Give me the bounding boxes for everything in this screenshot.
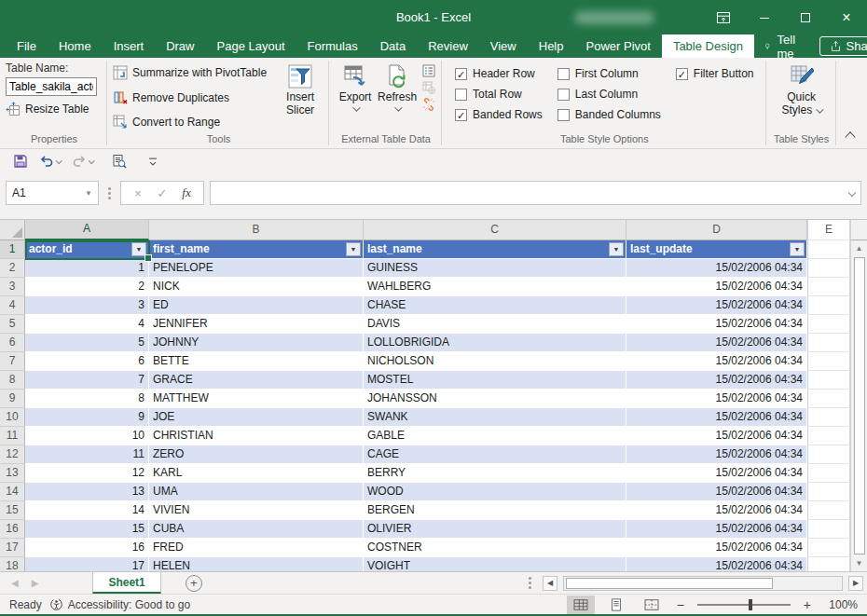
tab-power-pivot[interactable]: Power Pivot: [575, 34, 662, 58]
expand-formula-bar-icon[interactable]: [848, 189, 856, 197]
row-header-14[interactable]: 14: [0, 483, 25, 501]
cell-empty[interactable]: [807, 278, 850, 296]
vertical-scrollbar-thumb[interactable]: [854, 257, 865, 554]
row-header-11[interactable]: 11: [0, 427, 25, 445]
row-header-1[interactable]: 1: [0, 240, 25, 259]
cell-first-name[interactable]: ZERO: [149, 445, 364, 464]
row-header-12[interactable]: 12: [0, 445, 25, 464]
row-header-4[interactable]: 4: [0, 296, 25, 315]
scroll-down-icon[interactable]: ▼: [851, 555, 867, 571]
cell-last-name[interactable]: JOHANSSON: [364, 390, 626, 408]
cell-last-name[interactable]: CAGE: [364, 445, 626, 464]
cell-last-name[interactable]: COSTNER: [364, 539, 626, 557]
cell-first-name[interactable]: JENNIFER: [149, 315, 364, 334]
cell-first-name[interactable]: UMA: [149, 483, 364, 501]
cell-last-update[interactable]: 15/02/2006 04:34: [626, 501, 807, 520]
view-normal-button[interactable]: [567, 595, 595, 614]
convert-to-range-button[interactable]: Convert to Range: [113, 112, 267, 132]
name-box[interactable]: A1 ▼: [6, 181, 99, 205]
maximize-button[interactable]: [785, 0, 826, 34]
cell-actor-id[interactable]: 14: [25, 501, 149, 520]
row-header-16[interactable]: 16: [0, 520, 25, 539]
tab-data[interactable]: Data: [369, 34, 417, 58]
undo-button[interactable]: [35, 154, 64, 169]
cell-last-update[interactable]: 15/02/2006 04:34: [626, 557, 807, 571]
cell-last-update[interactable]: 15/02/2006 04:34: [626, 427, 807, 445]
checkbox-box[interactable]: ✓: [455, 68, 467, 80]
export-button[interactable]: Export: [335, 62, 376, 133]
redo-button[interactable]: [68, 154, 97, 169]
cell-empty[interactable]: [807, 352, 850, 371]
cell-actor-id[interactable]: 11: [25, 445, 149, 464]
cell-last-update[interactable]: 15/02/2006 04:34: [626, 445, 807, 464]
cell-empty[interactable]: [807, 557, 850, 571]
cell-last-name[interactable]: SWANK: [364, 408, 626, 427]
cell-last-update[interactable]: 15/02/2006 04:34: [626, 408, 807, 427]
cell-actor-id[interactable]: 1: [25, 259, 149, 278]
cell-first-name[interactable]: PENELOPE: [149, 259, 364, 278]
row-header-9[interactable]: 9: [0, 390, 25, 408]
cell-empty[interactable]: [807, 483, 850, 501]
cell-empty[interactable]: [807, 390, 850, 408]
quick-styles-button[interactable]: QuickStyles: [772, 62, 832, 133]
cell-actor-id[interactable]: 4: [25, 315, 149, 334]
cell-first-name[interactable]: VIVIEN: [149, 501, 364, 520]
remove-duplicates-button[interactable]: Remove Duplicates: [113, 88, 267, 108]
scroll-left-icon[interactable]: ◀: [543, 576, 557, 591]
row-header-8[interactable]: 8: [0, 371, 25, 390]
row-header-13[interactable]: 13: [0, 464, 25, 483]
column-header-e[interactable]: E: [807, 220, 850, 240]
cell-first-name[interactable]: JOHNNY: [149, 334, 364, 352]
cell-last-update[interactable]: 15/02/2006 04:34: [626, 464, 807, 483]
cell-empty[interactable]: [807, 445, 850, 464]
row-header-17[interactable]: 17: [0, 539, 25, 557]
ribbon-display-options-button[interactable]: [703, 0, 744, 34]
enter-button[interactable]: ✓: [151, 186, 173, 200]
cell-last-update[interactable]: 15/02/2006 04:34: [626, 296, 807, 315]
checkbox-box[interactable]: [557, 68, 570, 80]
collapse-ribbon-button[interactable]: [845, 131, 855, 142]
sheet-tab-sheet1[interactable]: Sheet1: [92, 572, 160, 594]
close-button[interactable]: ×: [826, 0, 867, 34]
cell-empty[interactable]: [807, 408, 850, 427]
checkbox-box[interactable]: ✓: [676, 68, 688, 80]
horizontal-scrollbar-thumb[interactable]: [566, 578, 773, 589]
cell-last-name[interactable]: GABLE: [364, 427, 626, 445]
tab-view[interactable]: View: [479, 34, 528, 58]
cell-last-name[interactable]: OLIVIER: [364, 520, 626, 539]
cell-empty[interactable]: [807, 427, 850, 445]
row-header-3[interactable]: 3: [0, 278, 25, 296]
cell-actor-id[interactable]: 8: [25, 390, 149, 408]
checkbox-banded-columns[interactable]: Banded Columns: [557, 108, 661, 121]
table-properties-icon[interactable]: [422, 64, 435, 77]
cell-last-update[interactable]: 15/02/2006 04:34: [626, 334, 807, 352]
previous-sheet-icon[interactable]: ◀: [11, 578, 19, 588]
cell-first-name[interactable]: MATTHEW: [149, 390, 364, 408]
cell-empty[interactable]: [807, 539, 850, 557]
refresh-button[interactable]: Refresh: [376, 62, 419, 133]
row-header-15[interactable]: 15: [0, 501, 25, 520]
cell-last-name[interactable]: WAHLBERG: [364, 278, 626, 296]
cell-empty[interactable]: [807, 501, 850, 520]
cell-actor-id[interactable]: 2: [25, 278, 149, 296]
cell-actor-id[interactable]: 13: [25, 483, 149, 501]
cell-last-update[interactable]: 15/02/2006 04:34: [626, 259, 807, 278]
scroll-right-icon[interactable]: ▶: [848, 576, 863, 591]
zoom-slider-thumb[interactable]: [749, 599, 752, 610]
row-header-5[interactable]: 5: [0, 315, 25, 334]
cell-actor-id[interactable]: 16: [25, 539, 149, 557]
cell-actor-id[interactable]: 12: [25, 464, 149, 483]
checkbox-banded-rows[interactable]: ✓Banded Rows: [455, 108, 543, 121]
tab-insert[interactable]: Insert: [103, 34, 156, 58]
cell-first-name[interactable]: BETTE: [149, 352, 364, 371]
cell-empty[interactable]: [807, 315, 850, 334]
checkbox-box[interactable]: [455, 89, 467, 101]
cell-empty[interactable]: [807, 520, 850, 539]
save-button[interactable]: [9, 154, 32, 169]
header-cell-first-name[interactable]: first_name▼: [149, 240, 364, 259]
cell-last-name[interactable]: LOLLOBRIGIDA: [364, 334, 626, 352]
cell-actor-id[interactable]: 5: [25, 334, 149, 352]
checkbox-last-column[interactable]: Last Column: [557, 88, 661, 101]
select-all-corner[interactable]: [0, 220, 25, 240]
insert-slicer-button[interactable]: Insert Slicer: [276, 62, 324, 133]
